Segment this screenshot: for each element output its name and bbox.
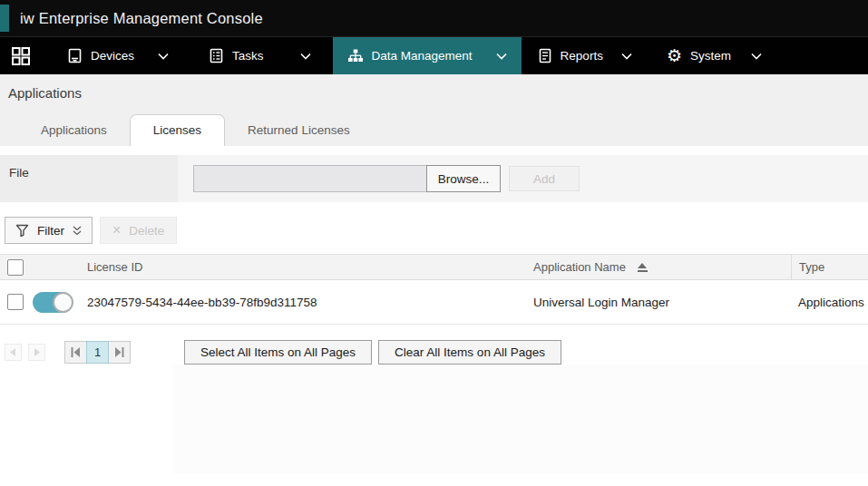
- sort-ascending-icon: [638, 263, 648, 272]
- nav-item-label: Devices: [91, 49, 134, 63]
- license-id-value: 23047579-5434-44ee-bb39-78fb9d311758: [83, 296, 533, 309]
- nav-item-reports[interactable]: Reports: [525, 37, 645, 74]
- page-title: Applications: [8, 85, 868, 101]
- devices-icon: [67, 48, 83, 63]
- next-page-button: [28, 344, 45, 361]
- divider: [0, 146, 868, 155]
- file-label: File: [0, 155, 178, 202]
- current-page-button[interactable]: 1: [86, 341, 109, 364]
- filter-button-label: Filter: [37, 224, 64, 238]
- app-title: iw Enterprise Management Console: [20, 10, 263, 27]
- nav-item-devices[interactable]: Devices: [54, 37, 181, 74]
- tab-returned-licenses[interactable]: Returned Licenses: [225, 114, 373, 146]
- nav-item-data-management[interactable]: Data Management: [333, 37, 522, 74]
- grid-icon: [11, 46, 31, 66]
- page-number-group: 1: [64, 341, 131, 364]
- add-button: Add: [509, 166, 580, 191]
- nav-item-label: System: [690, 49, 731, 63]
- select-all-items-button[interactable]: Select All Items on All Pages: [184, 340, 372, 364]
- tab-licenses[interactable]: Licenses: [130, 114, 225, 146]
- chevron-down-icon: [751, 53, 762, 60]
- file-upload-section: File Browse... Add: [0, 155, 868, 202]
- nav-item-system[interactable]: ⚙ System: [654, 37, 775, 74]
- column-header-application-name[interactable]: Application Name: [533, 260, 791, 274]
- row-checkbox-cell: [0, 294, 33, 310]
- select-all-checkbox[interactable]: [7, 259, 24, 276]
- column-header-type[interactable]: Type: [791, 255, 868, 279]
- chevron-down-icon: [158, 53, 169, 60]
- chevron-down-icon: [300, 53, 311, 60]
- licenses-table: License ID Application Name Type 2304757…: [0, 254, 868, 325]
- filter-button[interactable]: Filter: [5, 217, 93, 244]
- sitemap-icon: [347, 49, 364, 63]
- tab-applications[interactable]: Applications: [18, 114, 130, 146]
- delete-button-label: Delete: [129, 224, 164, 238]
- pagination-bar: 1 Select All Items on All Pages Clear Al…: [5, 340, 868, 364]
- brand-logo: [0, 5, 9, 32]
- page-header: Applications Applications Licenses Retur…: [0, 74, 868, 146]
- main-nav: Devices Tasks: [0, 36, 868, 74]
- header-checkbox-cell: [0, 259, 33, 276]
- file-path-input[interactable]: [193, 165, 427, 192]
- chevron-down-icon: [496, 53, 507, 60]
- nav-item-tasks[interactable]: Tasks: [196, 37, 324, 74]
- table-header-row: License ID Application Name Type: [0, 254, 868, 280]
- type-value: Applications: [791, 280, 868, 324]
- clear-all-items-button[interactable]: Clear All Items on All Pages: [378, 340, 561, 364]
- gear-icon: ⚙: [667, 47, 682, 64]
- browse-button[interactable]: Browse...: [426, 165, 501, 192]
- license-enabled-toggle[interactable]: [33, 292, 73, 313]
- first-page-button[interactable]: [64, 341, 87, 364]
- close-icon: ×: [112, 223, 121, 238]
- previous-page-button: [5, 344, 22, 361]
- table-row: 23047579-5434-44ee-bb39-78fb9d311758 Uni…: [0, 280, 868, 325]
- last-page-button[interactable]: [108, 341, 131, 364]
- tab-bar: Applications Licenses Returned Licenses: [0, 113, 868, 146]
- nav-item-label: Tasks: [232, 49, 264, 63]
- nav-item-label: Reports: [561, 49, 603, 63]
- application-name-value: Universal Login Manager: [533, 296, 791, 309]
- row-toggle-cell: [33, 292, 83, 313]
- reports-icon: [538, 48, 552, 63]
- table-toolbar: Filter × Delete: [5, 217, 868, 244]
- file-controls: Browse... Add: [178, 155, 868, 202]
- tasks-icon: [209, 48, 224, 63]
- column-header-license-id[interactable]: License ID: [83, 260, 533, 274]
- nav-item-label: Data Management: [372, 49, 473, 63]
- home-grid-button[interactable]: [0, 37, 42, 74]
- title-bar: iw Enterprise Management Console: [0, 0, 868, 36]
- delete-button: × Delete: [100, 217, 177, 244]
- toggle-knob: [53, 292, 73, 313]
- content-background: [0, 364, 868, 473]
- double-chevron-down-icon: [73, 226, 82, 236]
- chevron-down-icon: [621, 53, 632, 60]
- funnel-icon: [15, 224, 29, 238]
- row-checkbox[interactable]: [7, 294, 24, 310]
